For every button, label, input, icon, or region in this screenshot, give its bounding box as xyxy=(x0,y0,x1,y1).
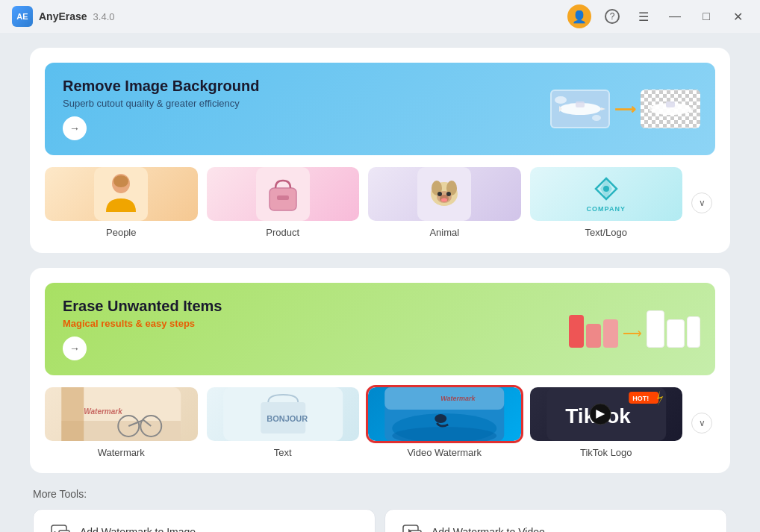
erase-title: Erase Unwanted Items xyxy=(63,298,222,315)
text-label: Text xyxy=(274,447,292,458)
erase-arrow-button[interactable]: → xyxy=(63,337,87,360)
airplane-illustration: ⟶ xyxy=(550,90,700,128)
tiktok-label: TikTok Logo xyxy=(580,447,632,458)
svg-point-5 xyxy=(555,96,567,104)
remove-bg-card: Remove Image Background Superb cutout qu… xyxy=(30,48,730,253)
svg-rect-17 xyxy=(277,195,289,200)
animal-label: Animal xyxy=(429,227,459,238)
svg-point-27 xyxy=(603,186,609,192)
remove-bg-chevron-button[interactable]: ∨ xyxy=(691,193,712,213)
erase-chevron-button[interactable]: ∨ xyxy=(691,413,712,434)
title-bar-right: 👤 ? ☰ — □ ✕ xyxy=(567,4,748,28)
svg-point-25 xyxy=(446,192,451,196)
svg-point-40 xyxy=(434,414,446,423)
category-product[interactable]: Product xyxy=(207,167,360,238)
svg-marker-9 xyxy=(691,107,696,110)
main-content: Remove Image Background Superb cutout qu… xyxy=(0,33,760,532)
magical-text: Magical xyxy=(63,318,99,329)
product-svg xyxy=(256,167,310,221)
erase-banner: Erase Unwanted Items Magical results & e… xyxy=(45,283,715,375)
menu-icon: ☰ xyxy=(638,10,649,24)
company-text: COMPANY xyxy=(587,205,626,213)
people-svg xyxy=(94,167,148,221)
watermark-image-icon: A A xyxy=(49,520,72,532)
category-text[interactable]: BONJOUR Text xyxy=(207,387,360,458)
profile-button[interactable]: 👤 xyxy=(567,4,591,28)
svg-point-26 xyxy=(441,198,447,202)
remove-bg-categories: People Product xyxy=(45,167,715,238)
textlogo-thumbnail: COMPANY xyxy=(530,167,683,221)
category-animal[interactable]: Animal xyxy=(368,167,521,238)
svg-text:Watermark: Watermark xyxy=(440,395,476,402)
category-people[interactable]: People xyxy=(45,167,198,238)
svg-text:Watermark: Watermark xyxy=(84,407,122,416)
help-icon: ? xyxy=(605,9,620,24)
more-tools-label: More Tools: xyxy=(33,488,727,500)
erase-subtitle: Magical results & easy steps xyxy=(63,318,222,329)
category-tiktok[interactable]: Tik ok HOT! TikTok Logo xyxy=(530,387,683,458)
title-bar: AE AnyErase 3.4.0 👤 ? ☰ — □ ✕ xyxy=(0,0,760,33)
svg-rect-10 xyxy=(666,101,675,107)
video-thumb-wrapper: Watermark ▶ xyxy=(368,387,521,441)
title-bar-left: AE AnyErase 3.4.0 xyxy=(12,6,115,27)
arrow-right-icon: → xyxy=(69,122,80,134)
products-illustration: ⟶ xyxy=(569,310,700,348)
transform-arrow-icon: ⟶ xyxy=(614,100,636,118)
category-video-watermark[interactable]: Watermark ▶ Video Watermark xyxy=(368,387,521,458)
remove-bg-arrow-button[interactable]: → xyxy=(63,116,87,140)
profile-icon: 👤 xyxy=(572,10,587,24)
add-watermark-image-button[interactable]: A A Add Watermark to Image xyxy=(33,509,376,532)
category-watermark[interactable]: Watermark Watermark xyxy=(45,387,198,458)
maximize-icon: □ xyxy=(703,10,710,23)
airplane-photo xyxy=(552,91,608,127)
add-watermark-video-button[interactable]: A Add Watermark to Video xyxy=(384,509,727,532)
chevron-down-icon: ∨ xyxy=(699,198,706,208)
more-tools-section: More Tools: A A Add Watermark to Image xyxy=(30,488,730,532)
svg-rect-32 xyxy=(61,387,84,441)
text-thumbnail: BONJOUR xyxy=(207,387,360,441)
app-logo: AE xyxy=(12,6,33,27)
animal-svg xyxy=(417,167,471,221)
diamond-logo-svg xyxy=(593,175,620,202)
watermark-image-svg: A A xyxy=(50,522,71,532)
airplane-cutout xyxy=(642,91,699,127)
text-scene-svg: BONJOUR xyxy=(207,387,360,441)
minimize-button[interactable]: — xyxy=(664,6,685,27)
close-icon: ✕ xyxy=(733,10,743,24)
erase-subtitle-rest: results & easy steps xyxy=(101,318,195,329)
animal-thumbnail xyxy=(368,167,521,221)
watermark-scene-svg: Watermark xyxy=(45,387,198,441)
watermark-thumbnail: Watermark xyxy=(45,387,198,441)
video-watermark-label: Video Watermark xyxy=(407,447,482,458)
chevron-down-icon-2: ∨ xyxy=(699,418,706,428)
remove-bg-title: Remove Image Background xyxy=(63,78,259,95)
remove-bg-banner: Remove Image Background Superb cutout qu… xyxy=(45,63,715,155)
svg-point-6 xyxy=(592,115,601,121)
erase-categories: Watermark Watermark BONJOUR Text xyxy=(45,387,715,458)
svg-text:BONJOUR: BONJOUR xyxy=(267,414,308,423)
svg-point-24 xyxy=(437,192,442,196)
remove-bg-subtitle: Superb cutout quality & greater efficien… xyxy=(63,98,259,109)
svg-text:HOT!: HOT! xyxy=(632,395,649,402)
video-watermark-thumbnail: Watermark ▶ xyxy=(368,387,521,441)
textlogo-label: Text/Logo xyxy=(585,227,627,238)
help-button[interactable]: ? xyxy=(602,6,623,27)
watermark-video-svg: A xyxy=(402,522,423,532)
product-thumbnail xyxy=(207,167,360,221)
tiktok-svg: Tik ok HOT! xyxy=(530,387,683,441)
maximize-button[interactable]: □ xyxy=(696,6,717,27)
watermark-label: Watermark xyxy=(98,447,145,458)
category-textlogo[interactable]: COMPANY Text/Logo xyxy=(530,167,683,238)
app-name: AnyErase xyxy=(39,10,87,22)
video-bg-svg: Watermark xyxy=(368,387,521,441)
svg-point-13 xyxy=(113,175,128,187)
product-label: Product xyxy=(266,227,299,238)
watermark-video-icon: A xyxy=(400,520,424,532)
erase-banner-text: Erase Unwanted Items Magical results & e… xyxy=(63,298,222,360)
svg-rect-4 xyxy=(576,101,585,107)
close-button[interactable]: ✕ xyxy=(727,6,748,27)
people-thumbnail xyxy=(45,167,198,221)
menu-button[interactable]: ☰ xyxy=(633,6,654,27)
erase-card: Erase Unwanted Items Magical results & e… xyxy=(30,268,730,473)
minimize-icon: — xyxy=(669,10,681,23)
